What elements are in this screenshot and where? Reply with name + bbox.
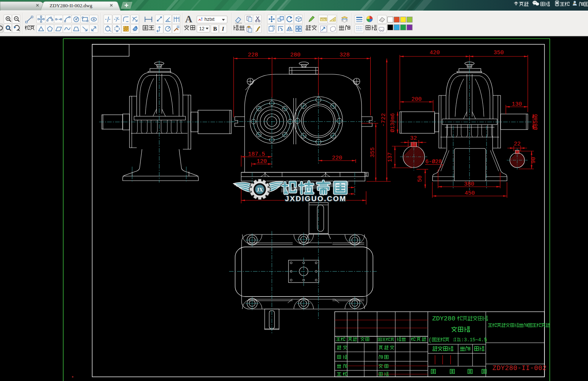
svg-text:Ø130m6: Ø130m6	[390, 113, 396, 132]
svg-text:228: 228	[248, 52, 258, 58]
svg-text:380: 380	[464, 181, 474, 187]
svg-text:355: 355	[370, 147, 376, 158]
svg-text:450: 450	[465, 190, 475, 197]
svg-text:ZDY280-II-002.dwg: ZDY280-II-002.dwg	[50, 3, 92, 8]
svg-text:ZDY280-II-002: ZDY280-II-002	[492, 364, 546, 372]
svg-text:-722: -722	[381, 113, 387, 127]
svg-text:120: 120	[257, 158, 267, 165]
svg-text:420: 420	[429, 50, 440, 56]
svg-text:B: B	[213, 26, 217, 32]
svg-text:220: 220	[332, 155, 342, 161]
svg-text:): )	[484, 337, 487, 343]
svg-text:328: 328	[339, 52, 349, 58]
svg-text:Ø85m6: Ø85m6	[533, 114, 539, 130]
svg-text:280: 280	[290, 52, 300, 58]
svg-text:JXDIGUO.COM: JXDIGUO.COM	[285, 195, 347, 203]
svg-text:12: 12	[199, 26, 204, 31]
svg-text:50: 50	[417, 175, 423, 182]
svg-text:130: 130	[512, 101, 522, 108]
svg-text:90: 90	[530, 157, 537, 163]
svg-text:A: A	[185, 14, 192, 25]
svg-text:hztxt: hztxt	[204, 17, 215, 22]
svg-text:32: 32	[410, 135, 417, 142]
svg-text:350: 350	[493, 50, 504, 56]
svg-text:I: I	[221, 26, 225, 32]
svg-text:i:3.15~4.5: i:3.15~4.5	[458, 337, 487, 343]
svg-text:200: 200	[411, 96, 421, 103]
svg-text:JX: JX	[256, 187, 263, 193]
svg-text:137: 137	[387, 152, 393, 162]
svg-text:22: 22	[514, 141, 521, 147]
svg-text:ZDY280: ZDY280	[432, 315, 455, 322]
svg-text:187.5: 187.5	[248, 151, 265, 158]
svg-text:(: (	[429, 337, 432, 343]
svg-text:6-Ø28: 6-Ø28	[425, 159, 442, 165]
